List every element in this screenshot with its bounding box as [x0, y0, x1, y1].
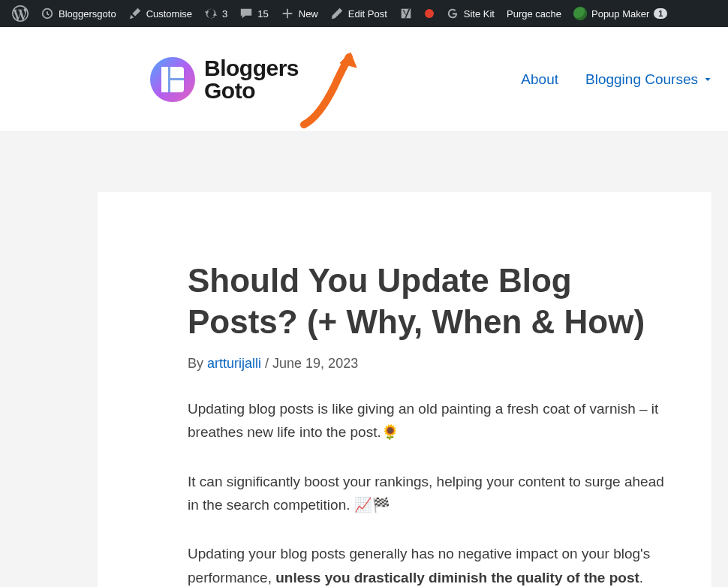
logo-line2: Goto	[204, 80, 299, 102]
post-body: Updating blog posts is like giving an ol…	[188, 397, 674, 587]
brush-icon	[128, 7, 142, 20]
primary-nav: About Blogging Courses	[521, 71, 713, 88]
paragraph-3: Updating your blog posts generally has n…	[188, 542, 674, 587]
comment-icon	[239, 7, 253, 20]
post-title: Should You Update Blog Posts? (+ Why, Wh…	[188, 260, 674, 342]
wp-admin-bar: Bloggersgoto Customise 3 15 New Edit Pos…	[0, 0, 728, 27]
popup-maker-icon	[573, 7, 587, 20]
nav-about-label: About	[521, 71, 558, 88]
post-date: June 19, 2023	[272, 356, 358, 371]
logo-line1: Bloggers	[204, 57, 299, 80]
updates-count: 3	[222, 8, 227, 20]
adminbar-new[interactable]: New	[275, 0, 324, 27]
wordpress-icon	[12, 5, 29, 22]
meta-by: By	[188, 356, 207, 371]
nav-blogging-courses[interactable]: Blogging Courses	[585, 71, 713, 88]
edit-post-label: Edit Post	[348, 8, 387, 20]
logo-text: Bloggers Goto	[204, 57, 299, 102]
annotation-arrow	[296, 50, 372, 135]
nav-about[interactable]: About	[521, 71, 558, 88]
popup-maker-badge: 1	[654, 8, 667, 19]
content-card: Should You Update Blog Posts? (+ Why, Wh…	[98, 192, 711, 587]
yoast-icon	[399, 7, 413, 20]
paragraph-2: It can significantly boost your rankings…	[188, 470, 674, 517]
adminbar-site-name[interactable]: Bloggersgoto	[35, 0, 122, 27]
adminbar-customise[interactable]: Customise	[122, 0, 198, 27]
p3-text-c: .	[639, 570, 643, 585]
plus-icon	[281, 7, 294, 20]
adminbar-updates[interactable]: 3	[198, 0, 233, 27]
author-link[interactable]: artturijalli	[207, 356, 261, 371]
post-content: Should You Update Blog Posts? (+ Why, Wh…	[188, 260, 674, 587]
pencil-icon	[330, 7, 344, 20]
popup-maker-label: Popup Maker	[591, 8, 649, 20]
chevron-down-icon	[702, 74, 713, 85]
adminbar-record[interactable]	[419, 0, 440, 27]
sitekit-label: Site Kit	[464, 8, 495, 20]
customise-label: Customise	[146, 8, 192, 20]
record-dot-icon	[425, 9, 434, 18]
adminbar-purge-cache[interactable]: Purge cache	[501, 0, 567, 27]
paragraph-1: Updating blog posts is like giving an ol…	[188, 397, 674, 444]
p3-bold: unless you drastically diminish the qual…	[275, 570, 639, 585]
logo-mark-icon	[150, 57, 195, 102]
site-name-label: Bloggersgoto	[59, 8, 116, 20]
post-meta: By artturijalli / June 19, 2023	[188, 356, 674, 372]
meta-sep: /	[261, 356, 272, 371]
purge-label: Purge cache	[507, 8, 561, 20]
adminbar-edit-post[interactable]: Edit Post	[324, 0, 393, 27]
site-header: Bloggers Goto About Blogging Courses	[0, 27, 728, 132]
adminbar-popup-maker[interactable]: Popup Maker 1	[567, 0, 673, 27]
adminbar-sitekit[interactable]: Site Kit	[440, 0, 501, 27]
comments-count: 15	[257, 8, 268, 20]
site-logo[interactable]: Bloggers Goto	[150, 57, 299, 102]
google-g-icon	[446, 7, 459, 20]
new-label: New	[299, 8, 318, 20]
adminbar-yoast[interactable]	[393, 0, 419, 27]
wp-logo-menu[interactable]	[6, 0, 35, 27]
adminbar-comments[interactable]: 15	[233, 0, 274, 27]
nav-courses-label: Blogging Courses	[585, 71, 698, 88]
dashboard-icon	[41, 7, 54, 20]
update-icon	[204, 7, 218, 20]
